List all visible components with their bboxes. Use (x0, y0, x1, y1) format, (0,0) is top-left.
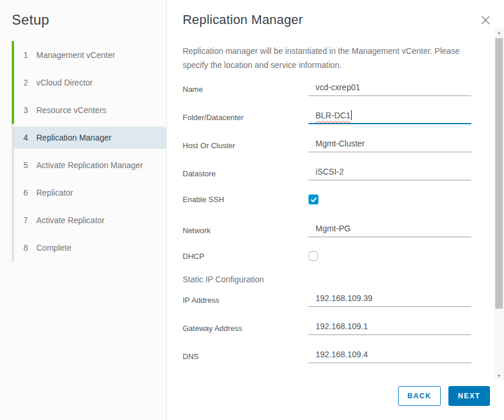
replication-manager-form: Name Folder/Datacenter BLR-DC1 Host Or C… (183, 82, 471, 363)
sidebar-item-vcloud-director[interactable]: 2vCloud Director (12, 69, 166, 96)
name-input[interactable] (308, 82, 471, 96)
form-row-folder-datacenter: Folder/Datacenter BLR-DC1 (183, 110, 471, 124)
sidebar-item-replicator[interactable]: 6Replicator (12, 179, 166, 206)
next-button[interactable]: NEXT (448, 386, 490, 406)
form-row-datastore: Datastore (183, 166, 471, 180)
step-description: Replication manager will be instantiated… (183, 44, 471, 72)
step-number: 2 (23, 78, 36, 87)
form-row-ip-address: IP Address (183, 293, 471, 307)
gateway-address-input[interactable] (308, 321, 471, 335)
step-label: Management vCenter (36, 50, 115, 60)
step-number: 1 (23, 50, 36, 60)
text-cursor (351, 110, 352, 120)
sidebar-item-activate-replicator[interactable]: 7Activate Replicator (12, 206, 166, 234)
wizard-sidebar: Setup 1Management vCenter 2vCloud Direct… (0, 0, 167, 420)
scrollbar-track[interactable] (494, 36, 504, 371)
sidebar-item-activate-replication-manager[interactable]: 5Activate Replication Manager (12, 151, 166, 179)
datastore-label: Datastore (183, 169, 308, 178)
sidebar-item-replication-manager[interactable]: 4Replication Manager (12, 124, 166, 151)
wizard-footer: BACK NEXT (398, 386, 490, 406)
step-label: Resource vCenters (36, 105, 107, 115)
sidebar-item-resource-vcenters[interactable]: 3Resource vCenters (12, 96, 166, 124)
scrollbar-thumb[interactable] (495, 38, 503, 309)
back-button[interactable]: BACK (398, 386, 441, 406)
step-content: Replication manager will be instantiated… (183, 44, 471, 363)
gateway-address-label: Gateway Address (183, 324, 308, 333)
folder-datacenter-input[interactable]: BLR-DC1 (308, 110, 471, 124)
wizard-steps-list: 1Management vCenter 2vCloud Director 3Re… (12, 41, 166, 261)
form-row-dhcp: DHCP (183, 251, 471, 261)
network-label: Network (183, 226, 308, 235)
dns-input[interactable] (308, 349, 471, 363)
form-row-network: Network (183, 223, 471, 237)
enable-ssh-checkbox[interactable] (308, 194, 318, 204)
step-label: Activate Replication Manager (36, 161, 143, 170)
form-row-dns: DNS (183, 349, 471, 363)
datastore-input[interactable] (308, 166, 471, 180)
step-number: 3 (23, 105, 36, 115)
dhcp-checkbox[interactable] (308, 251, 318, 261)
name-label: Name (183, 85, 308, 94)
form-row-name: Name (183, 82, 471, 96)
step-number: 4 (23, 133, 36, 142)
sidebar-item-management-vcenter[interactable]: 1Management vCenter (12, 41, 166, 69)
host-or-cluster-input[interactable] (308, 138, 471, 152)
page-title: Replication Manager (183, 12, 504, 28)
step-label: Replicator (36, 188, 73, 197)
step-label: Activate Replicator (36, 216, 105, 225)
ip-address-label: IP Address (183, 296, 308, 305)
setup-wizard-window: Setup 1Management vCenter 2vCloud Direct… (0, 0, 504, 420)
form-row-enable-ssh: Enable SSH (183, 194, 471, 204)
wizard-step-panel: Replication Manager Replication manager … (167, 0, 504, 420)
step-number: 7 (23, 216, 36, 225)
scroll-down-icon[interactable]: ▼ (494, 371, 504, 380)
close-icon[interactable] (481, 15, 491, 25)
step-number: 8 (23, 243, 36, 252)
step-label: vCloud Director (36, 78, 92, 87)
form-row-gateway-address: Gateway Address (183, 321, 471, 335)
vertical-scrollbar[interactable]: ▲ ▼ (494, 28, 504, 380)
sidebar-title: Setup (12, 12, 166, 28)
host-or-cluster-label: Host Or Cluster (183, 141, 308, 150)
dns-label: DNS (183, 352, 308, 361)
form-row-host-or-cluster: Host Or Cluster (183, 138, 471, 152)
network-input[interactable] (308, 223, 471, 237)
step-number: 5 (23, 161, 36, 170)
enable-ssh-label: Enable SSH (183, 195, 308, 204)
scroll-up-icon[interactable]: ▲ (494, 28, 504, 36)
ip-address-input[interactable] (308, 293, 471, 307)
step-number: 6 (23, 188, 36, 197)
step-label: Complete (36, 243, 71, 252)
static-ip-section-label: Static IP Configuration (183, 275, 471, 284)
dhcp-label: DHCP (183, 252, 308, 261)
step-label: Replication Manager (36, 133, 111, 142)
sidebar-item-complete[interactable]: 8Complete (12, 234, 166, 261)
folder-datacenter-label: Folder/Datacenter (183, 113, 308, 122)
folder-datacenter-value: BLR-DC1 (316, 110, 351, 121)
